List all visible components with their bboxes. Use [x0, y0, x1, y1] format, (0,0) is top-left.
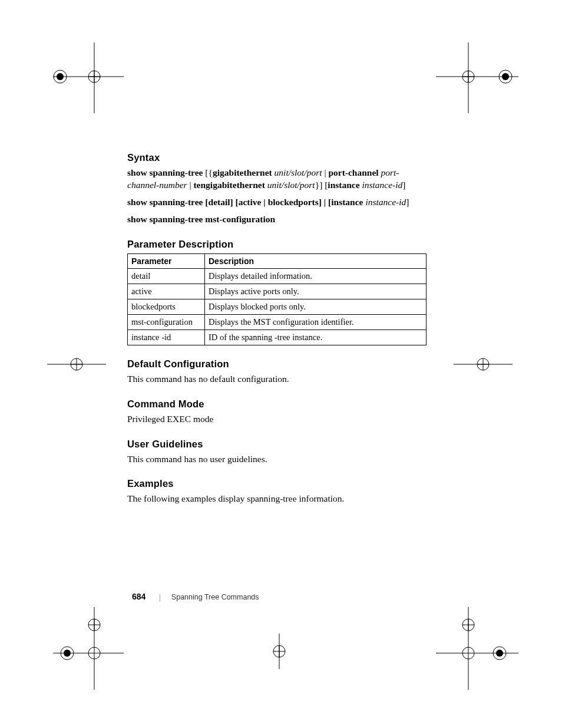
svg-point-19 [477, 358, 489, 370]
param-name: mst-configuration [128, 314, 205, 330]
svg-point-12 [499, 70, 512, 83]
syntax-line-1: show spanning-tree [{gigabitethernet uni… [127, 167, 429, 192]
crop-mark-icon [436, 607, 518, 690]
heading-examples: Examples [127, 478, 429, 489]
svg-point-24 [88, 619, 100, 631]
svg-point-13 [502, 73, 509, 80]
th-parameter: Parameter [128, 253, 205, 268]
param-name: instance -id [128, 330, 205, 345]
svg-point-36 [462, 619, 474, 631]
table-row: instance -id ID of the spanning -tree in… [128, 330, 427, 345]
svg-point-27 [61, 647, 74, 660]
svg-point-15 [71, 358, 82, 370]
crop-mark-icon [436, 42, 518, 125]
param-desc: Displays blocked ports only. [205, 299, 427, 314]
svg-point-40 [493, 647, 506, 660]
syntax-line-3: show spanning-tree mst-configuration [127, 213, 429, 226]
param-desc: Displays detailed information. [205, 268, 427, 284]
svg-point-28 [64, 650, 71, 657]
svg-point-4 [88, 71, 100, 83]
heading-syntax: Syntax [127, 152, 429, 163]
svg-point-3 [57, 73, 64, 80]
examples-text: The following examples display spanning-… [127, 493, 429, 505]
heading-default-configuration: Default Configuration [127, 358, 429, 370]
page-content: Syntax show spanning-tree [{gigabitether… [127, 152, 429, 510]
command-mode-text: Privileged EXEC mode [127, 413, 429, 426]
crop-mark-icon [53, 607, 124, 690]
crop-mark-icon [250, 634, 309, 669]
table-row: detail Displays detailed information. [128, 268, 427, 284]
svg-point-2 [54, 70, 67, 83]
table-row: mst-configuration Displays the MST confi… [128, 314, 427, 330]
th-description: Description [205, 253, 427, 268]
user-guidelines-text: This command has no user guidelines. [127, 453, 429, 466]
page-footer: 684 Spanning Tree Commands [132, 592, 259, 602]
heading-parameter-description: Parameter Description [127, 239, 429, 250]
crop-mark-icon [454, 347, 513, 382]
svg-point-29 [88, 647, 100, 659]
svg-point-39 [462, 647, 474, 659]
svg-point-31 [273, 645, 285, 657]
footer-separator [160, 594, 160, 601]
page-number: 684 [132, 592, 146, 601]
param-desc: ID of the spanning -tree instance. [205, 330, 427, 345]
param-name: blockedports [128, 299, 205, 314]
crop-mark-icon [53, 42, 124, 125]
heading-command-mode: Command Mode [127, 398, 429, 410]
heading-user-guidelines: User Guidelines [127, 439, 429, 450]
param-name: active [128, 284, 205, 299]
param-name: detail [128, 268, 205, 284]
syntax-cmd: show spanning-tree [127, 197, 203, 207]
crop-mark-icon [47, 347, 106, 382]
svg-point-9 [462, 71, 474, 83]
table-row: active Displays active ports only. [128, 284, 427, 299]
footer-section-title: Spanning Tree Commands [171, 593, 259, 601]
table-row: blockedports Displays blocked ports only… [128, 299, 427, 314]
param-desc: Displays the MST configuration identifie… [205, 314, 427, 330]
default-configuration-text: This command has no default configuratio… [127, 373, 429, 386]
parameter-table: Parameter Description detail Displays de… [127, 253, 427, 345]
syntax-cmd: show spanning-tree mst-configuration [127, 214, 275, 224]
syntax-cmd: show spanning-tree [127, 167, 203, 177]
svg-point-41 [496, 650, 503, 657]
param-desc: Displays active ports only. [205, 284, 427, 299]
syntax-line-2: show spanning-tree [detail] [active | bl… [127, 196, 429, 209]
